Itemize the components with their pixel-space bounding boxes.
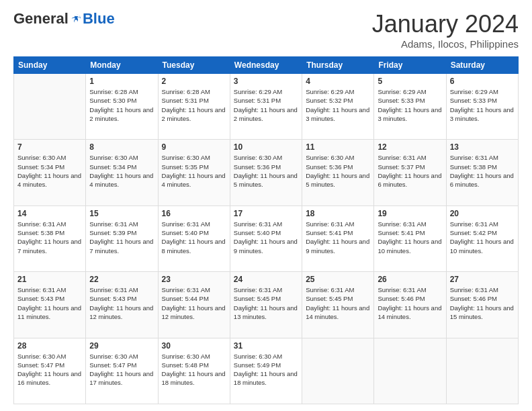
- calendar-table: SundayMondayTuesdayWednesdayThursdayFrid…: [13, 56, 519, 404]
- day-number: 20: [450, 209, 515, 218]
- calendar-cell: 18Sunrise: 6:31 AMSunset: 5:41 PMDayligh…: [302, 205, 374, 271]
- col-header-saturday: Saturday: [446, 57, 518, 74]
- day-number: 12: [378, 142, 442, 152]
- day-info: Sunrise: 6:30 AMSunset: 5:47 PMDaylight:…: [17, 352, 82, 387]
- calendar-cell: 6Sunrise: 6:29 AMSunset: 5:33 PMDaylight…: [446, 74, 518, 140]
- day-info: Sunrise: 6:30 AMSunset: 5:36 PMDaylight:…: [306, 153, 370, 189]
- day-info: Sunrise: 6:31 AMSunset: 5:45 PMDaylight:…: [234, 285, 298, 321]
- day-number: 25: [306, 275, 370, 284]
- day-info: Sunrise: 6:31 AMSunset: 5:45 PMDaylight:…: [306, 285, 370, 321]
- day-number: 10: [234, 142, 298, 152]
- logo-general: General: [13, 10, 69, 28]
- day-info: Sunrise: 6:31 AMSunset: 5:40 PMDaylight:…: [162, 220, 226, 255]
- day-info: Sunrise: 6:30 AMSunset: 5:35 PMDaylight:…: [162, 153, 226, 189]
- day-number: 6: [450, 77, 515, 86]
- calendar-cell: 13Sunrise: 6:31 AMSunset: 5:38 PMDayligh…: [446, 140, 518, 205]
- week-row-1: 1Sunrise: 6:28 AMSunset: 5:30 PMDaylight…: [14, 74, 519, 140]
- day-number: 24: [234, 275, 298, 284]
- calendar-cell: 3Sunrise: 6:29 AMSunset: 5:31 PMDaylight…: [230, 74, 302, 140]
- calendar-cell: 25Sunrise: 6:31 AMSunset: 5:45 PMDayligh…: [302, 272, 374, 338]
- day-number: 15: [89, 209, 154, 218]
- day-info: Sunrise: 6:30 AMSunset: 5:49 PMDaylight:…: [234, 352, 298, 387]
- week-row-2: 7Sunrise: 6:30 AMSunset: 5:34 PMDaylight…: [14, 140, 519, 205]
- calendar-cell: 23Sunrise: 6:31 AMSunset: 5:44 PMDayligh…: [158, 272, 230, 338]
- calendar-cell: 30Sunrise: 6:30 AMSunset: 5:48 PMDayligh…: [158, 338, 230, 404]
- logo: General Blue: [13, 10, 115, 28]
- calendar-cell: 28Sunrise: 6:30 AMSunset: 5:47 PMDayligh…: [14, 338, 86, 404]
- calendar-cell: 9Sunrise: 6:30 AMSunset: 5:35 PMDaylight…: [158, 140, 230, 205]
- logo-bird-icon: [70, 13, 82, 25]
- calendar-cell: [14, 74, 86, 140]
- day-number: 14: [17, 209, 82, 218]
- day-number: 5: [378, 77, 442, 86]
- page: General Blue January 2024 Adams, Ilocos,…: [0, 0, 532, 411]
- day-info: Sunrise: 6:31 AMSunset: 5:37 PMDaylight:…: [378, 153, 442, 189]
- calendar-cell: 14Sunrise: 6:31 AMSunset: 5:38 PMDayligh…: [14, 205, 86, 271]
- calendar-cell: 2Sunrise: 6:28 AMSunset: 5:31 PMDaylight…: [158, 74, 230, 140]
- day-info: Sunrise: 6:31 AMSunset: 5:38 PMDaylight:…: [17, 220, 82, 255]
- calendar-cell: 10Sunrise: 6:30 AMSunset: 5:36 PMDayligh…: [230, 140, 302, 205]
- day-info: Sunrise: 6:31 AMSunset: 5:40 PMDaylight:…: [234, 220, 298, 255]
- day-number: 9: [162, 142, 226, 152]
- calendar-cell: 22Sunrise: 6:31 AMSunset: 5:43 PMDayligh…: [86, 272, 158, 338]
- calendar-cell: [446, 338, 518, 404]
- col-header-sunday: Sunday: [14, 57, 86, 74]
- day-info: Sunrise: 6:31 AMSunset: 5:43 PMDaylight:…: [17, 285, 82, 321]
- day-number: 28: [17, 341, 82, 351]
- day-number: 29: [89, 341, 154, 351]
- day-number: 22: [89, 275, 154, 284]
- day-info: Sunrise: 6:30 AMSunset: 5:34 PMDaylight:…: [89, 153, 154, 189]
- calendar-cell: 27Sunrise: 6:31 AMSunset: 5:46 PMDayligh…: [446, 272, 518, 338]
- calendar-cell: [374, 338, 446, 404]
- day-info: Sunrise: 6:30 AMSunset: 5:48 PMDaylight:…: [162, 352, 226, 387]
- day-info: Sunrise: 6:31 AMSunset: 5:46 PMDaylight:…: [450, 285, 515, 321]
- day-number: 3: [234, 77, 298, 86]
- col-header-monday: Monday: [86, 57, 158, 74]
- col-header-friday: Friday: [374, 57, 446, 74]
- day-number: 7: [17, 142, 82, 152]
- calendar-cell: 26Sunrise: 6:31 AMSunset: 5:46 PMDayligh…: [374, 272, 446, 338]
- day-info: Sunrise: 6:29 AMSunset: 5:33 PMDaylight:…: [378, 87, 442, 123]
- month-title: January 2024: [372, 10, 519, 38]
- logo-blue: Blue: [83, 10, 115, 28]
- header: General Blue January 2024 Adams, Ilocos,…: [13, 10, 519, 50]
- col-header-thursday: Thursday: [302, 57, 374, 74]
- day-number: 19: [378, 209, 442, 218]
- day-info: Sunrise: 6:31 AMSunset: 5:44 PMDaylight:…: [162, 285, 226, 321]
- calendar-cell: 5Sunrise: 6:29 AMSunset: 5:33 PMDaylight…: [374, 74, 446, 140]
- calendar-cell: 12Sunrise: 6:31 AMSunset: 5:37 PMDayligh…: [374, 140, 446, 205]
- day-number: 13: [450, 142, 515, 152]
- calendar-cell: 1Sunrise: 6:28 AMSunset: 5:30 PMDaylight…: [86, 74, 158, 140]
- header-row: SundayMondayTuesdayWednesdayThursdayFrid…: [14, 57, 519, 74]
- col-header-wednesday: Wednesday: [230, 57, 302, 74]
- day-number: 2: [162, 77, 226, 86]
- title-area: January 2024 Adams, Ilocos, Philippines: [372, 10, 519, 50]
- calendar-cell: 4Sunrise: 6:29 AMSunset: 5:32 PMDaylight…: [302, 74, 374, 140]
- calendar-cell: 31Sunrise: 6:30 AMSunset: 5:49 PMDayligh…: [230, 338, 302, 404]
- week-row-5: 28Sunrise: 6:30 AMSunset: 5:47 PMDayligh…: [14, 338, 519, 404]
- day-number: 8: [89, 142, 154, 152]
- day-info: Sunrise: 6:30 AMSunset: 5:47 PMDaylight:…: [89, 352, 154, 387]
- day-info: Sunrise: 6:30 AMSunset: 5:34 PMDaylight:…: [17, 153, 82, 189]
- calendar-cell: 19Sunrise: 6:31 AMSunset: 5:41 PMDayligh…: [374, 205, 446, 271]
- week-row-3: 14Sunrise: 6:31 AMSunset: 5:38 PMDayligh…: [14, 205, 519, 271]
- day-number: 17: [234, 209, 298, 218]
- day-number: 1: [89, 77, 154, 86]
- col-header-tuesday: Tuesday: [158, 57, 230, 74]
- location-subtitle: Adams, Ilocos, Philippines: [372, 38, 519, 50]
- day-info: Sunrise: 6:29 AMSunset: 5:33 PMDaylight:…: [450, 87, 515, 123]
- calendar-cell: 7Sunrise: 6:30 AMSunset: 5:34 PMDaylight…: [14, 140, 86, 205]
- calendar-cell: 20Sunrise: 6:31 AMSunset: 5:42 PMDayligh…: [446, 205, 518, 271]
- day-number: 21: [17, 275, 82, 284]
- week-row-4: 21Sunrise: 6:31 AMSunset: 5:43 PMDayligh…: [14, 272, 519, 338]
- calendar-cell: 15Sunrise: 6:31 AMSunset: 5:39 PMDayligh…: [86, 205, 158, 271]
- day-info: Sunrise: 6:29 AMSunset: 5:32 PMDaylight:…: [306, 87, 370, 123]
- day-info: Sunrise: 6:31 AMSunset: 5:42 PMDaylight:…: [450, 220, 515, 255]
- calendar-cell: 24Sunrise: 6:31 AMSunset: 5:45 PMDayligh…: [230, 272, 302, 338]
- day-number: 27: [450, 275, 515, 284]
- day-number: 4: [306, 77, 370, 86]
- calendar-cell: 17Sunrise: 6:31 AMSunset: 5:40 PMDayligh…: [230, 205, 302, 271]
- day-number: 11: [306, 142, 370, 152]
- day-info: Sunrise: 6:31 AMSunset: 5:39 PMDaylight:…: [89, 220, 154, 255]
- day-info: Sunrise: 6:31 AMSunset: 5:46 PMDaylight:…: [378, 285, 442, 321]
